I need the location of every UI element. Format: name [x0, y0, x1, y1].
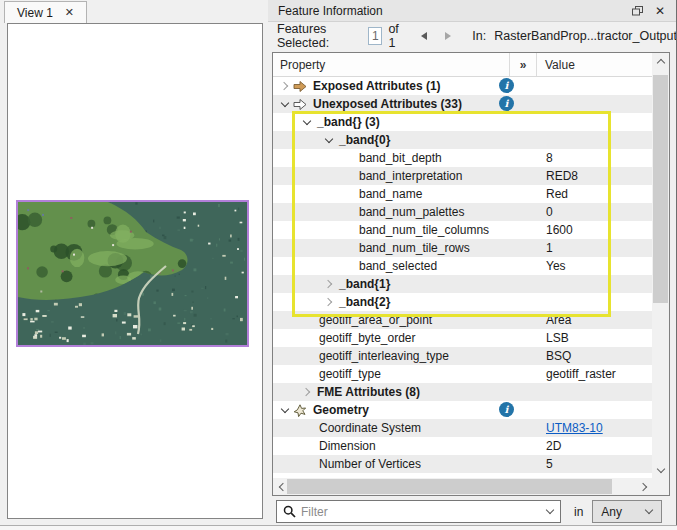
expand-chevron-icon[interactable]	[321, 276, 337, 292]
collapse-chevron-icon[interactable]	[299, 114, 315, 130]
expand-chevron-icon[interactable]	[277, 78, 293, 94]
value-cell: 5	[546, 455, 553, 473]
property-cell: band_selected	[357, 259, 437, 273]
viewer-pane: View 1 ✕	[0, 0, 268, 530]
property-cell: Geometry	[311, 403, 369, 417]
table-row[interactable]: _band{0}	[273, 131, 652, 149]
table-row[interactable]: band_num_palettes0	[273, 203, 652, 221]
value-cell: Yes	[546, 257, 566, 275]
property-cell: _band{2}	[337, 295, 390, 309]
table-row[interactable]: band_bit_depth8	[273, 149, 652, 167]
aerial-island-image	[18, 202, 247, 345]
tree-rows: Exposed Attributes (1)iUnexposed Attribu…	[273, 77, 652, 473]
property-cell: band_interpretation	[357, 169, 462, 183]
table-row[interactable]: Dimension2D	[273, 437, 652, 455]
value-cell: Area	[546, 311, 571, 329]
property-cell: Coordinate System	[317, 421, 421, 435]
scroll-up-icon[interactable]	[652, 53, 669, 69]
value-cell: 2D	[546, 437, 561, 455]
table-row[interactable]: Coordinate SystemUTM83-10	[273, 419, 652, 437]
source-feature-type: RasterBandProp...tractor_Output	[494, 29, 677, 43]
scrollbar-corner	[652, 478, 669, 495]
features-selected-label: Features Selected:	[277, 22, 362, 50]
value-cell: 1600	[546, 221, 573, 239]
value-cell: 0	[546, 203, 553, 221]
value-cell-link[interactable]: UTM83-10	[546, 419, 603, 437]
geometry-attributes-icon	[293, 404, 307, 417]
property-cell: Exposed Attributes (1)	[311, 79, 441, 93]
property-cell: FME Attributes (8)	[315, 385, 420, 399]
info-icon[interactable]: i	[499, 78, 514, 93]
filter-in-label: in	[574, 505, 583, 519]
value-cell: 1	[546, 239, 553, 257]
next-feature-icon[interactable]	[445, 32, 451, 40]
collapse-chevron-icon[interactable]	[277, 96, 293, 112]
table-row[interactable]: band_interpretationRED8	[273, 167, 652, 185]
table-row[interactable]: band_nameRed	[273, 185, 652, 203]
table-row[interactable]: Number of Vertices5	[273, 455, 652, 473]
table-row[interactable]: geotiff_area_or_pointArea	[273, 311, 652, 329]
window-bottom-strip	[0, 525, 677, 530]
value-cell: LSB	[546, 329, 569, 347]
filter-combobox[interactable]	[276, 500, 561, 523]
raster-feature-image[interactable]	[16, 200, 249, 347]
float-window-icon[interactable]	[632, 6, 643, 16]
horizontal-scrollbar[interactable]	[273, 478, 652, 495]
feature-count-label: of 1	[388, 22, 405, 50]
table-row[interactable]: geotiff_byte_orderLSB	[273, 329, 652, 347]
property-cell: Unexposed Attributes (33)	[311, 97, 462, 111]
filter-scope-select[interactable]: Any	[592, 500, 662, 523]
filter-dropdown-chevron-icon[interactable]	[540, 510, 560, 513]
table-row[interactable]: _band{} (3)	[273, 113, 652, 131]
feature-index-box[interactable]: 1	[368, 27, 382, 45]
unexposed-attributes-icon	[293, 98, 307, 111]
property-cell: geotiff_type	[317, 367, 381, 381]
property-cell: geotiff_interleaving_type	[317, 349, 449, 363]
table-row[interactable]: Unexposed Attributes (33)i	[273, 95, 652, 113]
property-cell: _band{} (3)	[315, 115, 380, 129]
value-cell: 8	[546, 149, 553, 167]
table-row[interactable]: band_num_tile_rows1	[273, 239, 652, 257]
vertical-scrollbar[interactable]	[652, 53, 669, 478]
property-cell: band_name	[357, 187, 422, 201]
expand-chevron-icon[interactable]	[299, 384, 315, 400]
panel-close-icon[interactable]: ✕	[655, 4, 665, 18]
table-row[interactable]: geotiff_interleaving_typeBSQ	[273, 347, 652, 365]
table-row[interactable]: Exposed Attributes (1)i	[273, 77, 652, 95]
tab-close-icon[interactable]: ✕	[65, 6, 74, 19]
value-cell: RED8	[546, 167, 578, 185]
scroll-right-icon[interactable]	[636, 478, 652, 495]
property-cell: geotiff_byte_order	[317, 331, 416, 345]
property-cell: geotiff_area_or_point	[317, 313, 432, 327]
table-row[interactable]: _band{2}	[273, 293, 652, 311]
value-column-header[interactable]: Value	[537, 53, 652, 76]
table-row[interactable]: band_selectedYes	[273, 257, 652, 275]
previous-feature-icon[interactable]	[421, 32, 427, 40]
table-row[interactable]: _band{1}	[273, 275, 652, 293]
collapse-chevron-icon[interactable]	[277, 402, 293, 418]
info-icon[interactable]: i	[499, 402, 514, 417]
features-toolbar: Features Selected: 1 of 1 In: RasterBand…	[268, 22, 677, 50]
feature-information-panel: Feature Information ✕ Features Selected:…	[268, 0, 677, 530]
table-row[interactable]: band_num_tile_columns1600	[273, 221, 652, 239]
value-cell: Red	[546, 185, 568, 203]
tab-view-1-label: View 1	[17, 6, 53, 20]
filter-input[interactable]	[301, 505, 540, 519]
expand-chevron-icon[interactable]	[321, 294, 337, 310]
table-row[interactable]: Geometryi	[273, 401, 652, 419]
vertical-scrollbar-thumb[interactable]	[653, 75, 668, 303]
property-table: Property » Value Exposed Attributes (1)i…	[272, 52, 670, 496]
tab-view-1[interactable]: View 1 ✕	[4, 1, 87, 23]
value-cell: geotiff_raster	[546, 365, 616, 383]
table-row[interactable]: geotiff_typegeotiff_raster	[273, 365, 652, 383]
map-canvas[interactable]	[7, 23, 263, 519]
scroll-down-icon[interactable]	[652, 462, 669, 478]
property-column-header[interactable]: Property	[273, 53, 510, 76]
info-icon[interactable]: i	[499, 96, 514, 111]
expand-column-header[interactable]: »	[510, 53, 537, 76]
in-label: In:	[472, 29, 486, 43]
property-cell: band_num_palettes	[357, 205, 464, 219]
horizontal-scrollbar-thumb[interactable]	[287, 479, 612, 494]
table-row[interactable]: FME Attributes (8)	[273, 383, 652, 401]
collapse-chevron-icon[interactable]	[321, 132, 337, 148]
